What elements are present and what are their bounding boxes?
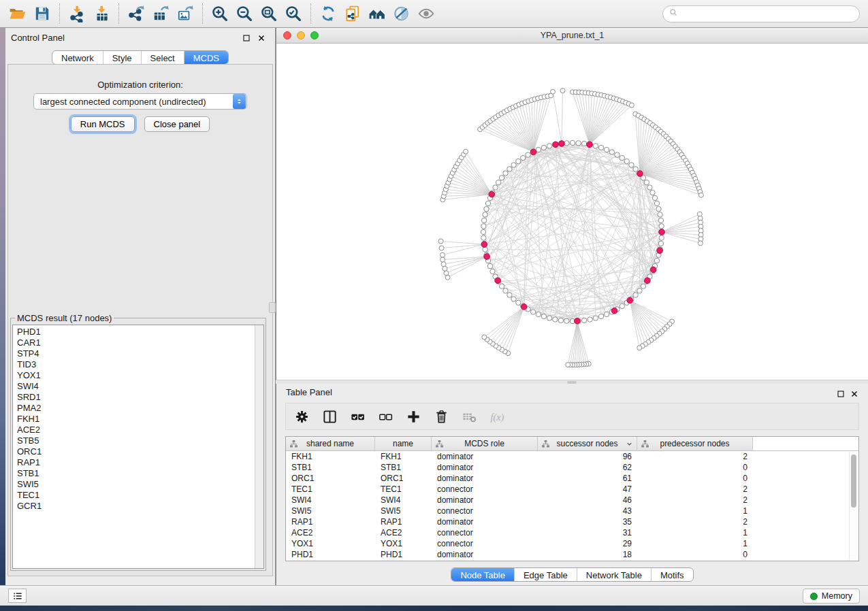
network-node[interactable]	[516, 300, 521, 305]
column-header-name[interactable]: name	[375, 437, 432, 450]
network-node[interactable]	[482, 335, 487, 340]
network-node[interactable]	[564, 141, 569, 146]
network-node[interactable]	[647, 185, 652, 190]
table-row[interactable]: ACE2ACE2connector311	[286, 527, 858, 538]
table-scrollbar[interactable]	[849, 452, 858, 560]
network-node[interactable]	[654, 201, 659, 205]
home-button[interactable]	[365, 2, 389, 25]
table-row[interactable]: SWI4SWI4dominator462	[286, 495, 858, 506]
network-node[interactable]	[656, 206, 661, 211]
table-row[interactable]: RAP1RAP1dominator352	[286, 516, 858, 527]
network-node[interactable]	[620, 155, 624, 160]
network-node[interactable]	[633, 167, 638, 171]
zoom-out-button[interactable]	[232, 2, 257, 25]
network-node[interactable]	[511, 163, 516, 167]
open-folder-button[interactable]	[5, 2, 30, 25]
mcds-dominator-node[interactable]	[484, 254, 490, 260]
table-row[interactable]: YOX1YOX1connector291	[286, 538, 858, 549]
network-node[interactable]	[484, 206, 489, 211]
network-node[interactable]	[553, 317, 558, 322]
network-node[interactable]	[581, 141, 586, 146]
close-table-panel-icon[interactable]	[850, 390, 858, 398]
network-node[interactable]	[439, 246, 444, 250]
mcds-result-node[interactable]: ORC1	[17, 446, 253, 457]
network-node[interactable]	[637, 346, 642, 350]
mcds-dominator-node[interactable]	[489, 191, 495, 197]
network-node[interactable]	[526, 152, 530, 157]
network-node[interactable]	[516, 159, 521, 163]
save-button[interactable]	[30, 2, 54, 25]
network-node[interactable]	[530, 310, 535, 314]
mcds-result-node[interactable]: ACE2	[17, 425, 253, 435]
import-table-button[interactable]	[89, 2, 114, 25]
network-node[interactable]	[641, 284, 645, 288]
tab-edge-table[interactable]: Edge Table	[514, 568, 577, 581]
vertical-splitter-handle[interactable]	[269, 302, 276, 313]
network-node[interactable]	[566, 363, 570, 367]
table-row[interactable]: PHD1PHD1dominator180	[286, 549, 858, 560]
mcds-dominator-node[interactable]	[575, 318, 581, 325]
network-node[interactable]	[521, 155, 526, 160]
network-node[interactable]	[644, 180, 649, 185]
float-panel-icon[interactable]	[242, 34, 251, 42]
mcds-result-node[interactable]: RAP1	[17, 457, 253, 468]
network-node[interactable]	[440, 252, 445, 257]
mcds-dominator-node[interactable]	[559, 141, 565, 147]
select-all-button[interactable]	[349, 408, 366, 425]
mcds-result-node[interactable]: TID3	[17, 359, 253, 370]
network-node[interactable]	[615, 152, 620, 157]
network-node[interactable]	[654, 258, 659, 263]
column-header-MCDS-role[interactable]: MCDS role	[432, 437, 538, 450]
mcds-result-node[interactable]: GCR1	[17, 501, 253, 512]
mcds-list-scrollbar[interactable]	[255, 325, 263, 568]
network-node[interactable]	[483, 212, 487, 217]
mcds-dominator-node[interactable]	[657, 248, 663, 254]
delete-button[interactable]	[432, 408, 450, 425]
table-row[interactable]: STB1STB1dominator620	[286, 462, 858, 473]
tab-mcds[interactable]: MCDS	[184, 51, 228, 64]
table-scrollbar-thumb[interactable]	[851, 455, 856, 508]
network-node[interactable]	[598, 145, 603, 150]
network-node[interactable]	[503, 288, 508, 293]
mcds-result-node[interactable]: STB5	[17, 435, 253, 446]
mcds-dominator-node[interactable]	[521, 304, 527, 310]
mcds-result-node[interactable]: STP4	[17, 348, 253, 359]
mcds-result-node[interactable]: SWI5	[17, 479, 253, 490]
network-node[interactable]	[481, 224, 486, 229]
network-node[interactable]	[698, 241, 703, 246]
network-node[interactable]	[440, 257, 445, 262]
network-node[interactable]	[560, 88, 565, 93]
search-input[interactable]	[681, 9, 854, 20]
refresh-button[interactable]	[316, 2, 340, 25]
network-node[interactable]	[511, 297, 516, 301]
mcds-result-node[interactable]: TEC1	[17, 490, 253, 501]
mcds-result-node[interactable]: PHD1	[17, 327, 253, 337]
table-row[interactable]: FKH1FKH1dominator962	[286, 451, 858, 462]
run-mcds-button[interactable]: Run MCDS	[71, 116, 135, 132]
optimization-criterion-select[interactable]: largest connected component (undirected)	[33, 93, 247, 110]
network-node[interactable]	[485, 201, 490, 205]
network-node[interactable]	[481, 229, 485, 234]
task-history-button[interactable]	[8, 589, 27, 603]
network-node[interactable]	[507, 167, 512, 171]
network-node[interactable]	[541, 314, 546, 318]
network-node[interactable]	[633, 293, 638, 297]
mcds-dominator-node[interactable]	[645, 278, 651, 284]
mcds-dominator-node[interactable]	[530, 149, 536, 155]
network-node[interactable]	[551, 89, 556, 94]
network-node[interactable]	[588, 317, 592, 322]
network-node[interactable]	[503, 171, 508, 176]
network-node[interactable]	[609, 150, 614, 154]
mcds-dominator-node[interactable]	[650, 267, 656, 273]
tab-node-table[interactable]: Node Table	[451, 568, 514, 581]
mcds-result-node[interactable]: SWI4	[17, 381, 253, 392]
network-node[interactable]	[629, 163, 634, 167]
mcds-dominator-node[interactable]	[611, 308, 617, 314]
memory-button[interactable]: Memory	[803, 589, 860, 604]
network-node[interactable]	[493, 185, 498, 190]
network-node[interactable]	[564, 318, 569, 323]
network-node[interactable]	[604, 147, 609, 152]
network-node[interactable]	[536, 312, 541, 316]
table-row[interactable]: ORC1ORC1dominator610	[286, 473, 858, 484]
network-node[interactable]	[624, 159, 629, 163]
